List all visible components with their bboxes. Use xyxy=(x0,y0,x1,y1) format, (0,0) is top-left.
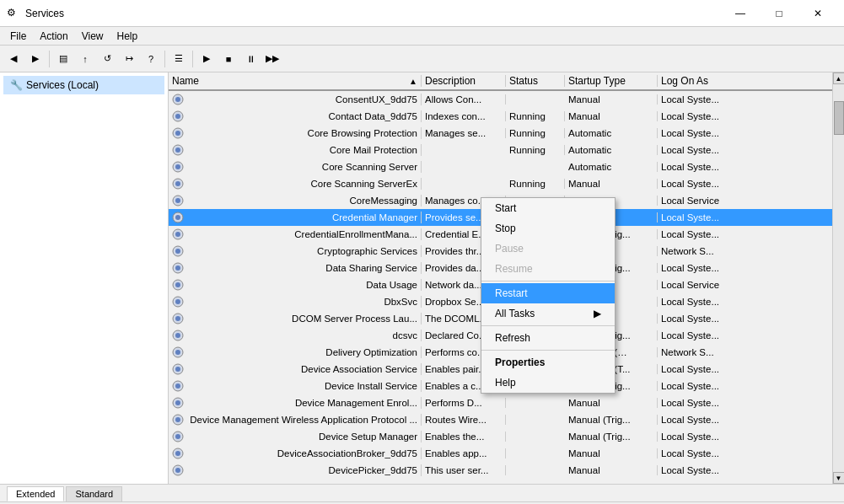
export-button[interactable]: ↦ xyxy=(119,49,139,69)
ctx-item-start[interactable]: Start xyxy=(481,198,615,218)
sidebar-item-services-local[interactable]: 🔧 Services (Local) xyxy=(3,76,164,94)
service-name: DbxSvc xyxy=(384,297,417,307)
service-name: Credential Manager xyxy=(332,212,417,223)
svg-point-19 xyxy=(175,249,180,254)
ctx-item-restart[interactable]: Restart xyxy=(481,283,615,303)
col-header-logon[interactable]: Log On As xyxy=(658,75,759,87)
back-button[interactable]: ◀ xyxy=(3,49,24,69)
table-row[interactable]: DeviceAssociationBroker_9dd75 Enables ap… xyxy=(169,445,832,462)
svg-point-25 xyxy=(175,299,180,304)
scroll-up-arrow[interactable]: ▲ xyxy=(833,72,845,84)
table-row[interactable]: ConsentUX_9dd75 Allows Con... Manual Loc… xyxy=(169,91,832,108)
ctx-item-all-tasks[interactable]: All Tasks▶ xyxy=(481,303,615,324)
service-desc: Performs D... xyxy=(422,398,506,408)
menu-view[interactable]: View xyxy=(75,29,110,44)
svg-point-45 xyxy=(175,468,180,473)
service-name: Data Usage xyxy=(366,280,417,290)
col-header-name[interactable]: Name ▲ xyxy=(169,75,422,87)
minimize-button[interactable]: — xyxy=(721,0,760,27)
show-hide-button[interactable]: ▤ xyxy=(53,49,73,69)
table-row[interactable]: Device Setup Manager Enables the... Manu… xyxy=(169,428,832,445)
menu-file[interactable]: File xyxy=(3,29,33,44)
svg-point-31 xyxy=(175,350,180,355)
service-icon xyxy=(172,380,184,392)
table-row[interactable]: Contact Data_9dd75 Indexes con... Runnin… xyxy=(169,108,832,125)
forward-button[interactable]: ▶ xyxy=(25,49,46,69)
toolbar-sep-3 xyxy=(192,51,193,67)
col-header-startup[interactable]: Startup Type xyxy=(565,75,658,87)
right-scrollbar[interactable]: ▲ ▼ xyxy=(832,72,844,484)
toolbar-list-button[interactable]: ☰ xyxy=(169,49,189,69)
scroll-down-arrow[interactable]: ▼ xyxy=(833,472,845,484)
table-row[interactable]: Device Management Wireless Application P… xyxy=(169,411,832,428)
service-name: CredentialEnrollmentMana... xyxy=(294,229,417,239)
help-button[interactable]: ? xyxy=(141,49,161,69)
submenu-arrow: ▶ xyxy=(594,308,601,319)
services-icon: 🔧 xyxy=(10,79,23,91)
svg-point-9 xyxy=(175,164,180,169)
close-button[interactable]: ✕ xyxy=(798,0,837,27)
service-logon: Local Syste... xyxy=(658,314,759,324)
service-desc: Enables app... xyxy=(422,448,506,458)
service-logon: Local Syste... xyxy=(658,330,759,340)
up-button[interactable]: ↑ xyxy=(75,49,95,69)
service-icon xyxy=(172,448,184,459)
service-startup: Manual xyxy=(565,94,658,105)
service-icon xyxy=(172,212,184,223)
service-icon xyxy=(172,397,184,409)
service-startup: Automatic xyxy=(565,145,658,155)
service-desc: This user ser... xyxy=(422,465,506,475)
scroll-thumb[interactable] xyxy=(834,101,844,135)
table-row[interactable]: Device Management Enrol... Performs D...… xyxy=(169,394,832,411)
table-row[interactable]: DevicePicker_9dd75 This user ser... Manu… xyxy=(169,462,832,479)
tab-standard[interactable]: Standard xyxy=(66,486,122,501)
restart-toolbar-button[interactable]: ▶▶ xyxy=(262,49,282,69)
ctx-item-properties[interactable]: Properties xyxy=(481,352,615,373)
toolbar-sep-1 xyxy=(49,51,50,67)
svg-point-43 xyxy=(175,451,180,456)
refresh-button[interactable]: ↺ xyxy=(97,49,117,69)
service-logon: Local Syste... xyxy=(658,364,759,374)
ctx-label: Help xyxy=(495,377,516,389)
main-layout: 🔧 Services (Local) Name ▲ Description St… xyxy=(0,72,844,484)
ctx-item-refresh[interactable]: Refresh xyxy=(481,328,615,348)
col-header-desc[interactable]: Description xyxy=(422,75,506,87)
table-row[interactable]: Core Scanning ServerEx Running Manual Lo… xyxy=(169,175,832,192)
service-icon xyxy=(172,178,184,190)
service-logon: Local Syste... xyxy=(658,111,759,121)
ctx-item-help[interactable]: Help xyxy=(481,373,615,393)
menu-help[interactable]: Help xyxy=(110,29,145,44)
service-logon: Network S... xyxy=(658,347,759,357)
ctx-label: All Tasks xyxy=(495,308,535,319)
svg-point-5 xyxy=(175,131,180,136)
ctx-separator-after-5 xyxy=(481,325,615,326)
service-name: Core Scanning Server xyxy=(322,162,417,172)
play-button[interactable]: ▶ xyxy=(196,49,217,69)
pause-button[interactable]: ⏸ xyxy=(240,49,261,69)
table-row[interactable]: Core Browsing Protection Manages se... R… xyxy=(169,125,832,142)
service-name: Core Mail Protection xyxy=(330,145,417,155)
context-menu: StartStopPauseResumeRestartAll Tasks▶Ref… xyxy=(481,197,616,394)
menu-action[interactable]: Action xyxy=(33,29,74,44)
service-icon xyxy=(172,330,184,341)
service-name: Core Scanning ServerEx xyxy=(310,179,417,189)
service-logon: Local Service xyxy=(658,196,759,206)
svg-point-13 xyxy=(175,198,180,203)
service-logon: Local Syste... xyxy=(658,212,759,223)
service-logon: Local Syste... xyxy=(658,381,759,391)
svg-point-33 xyxy=(175,367,180,372)
ctx-item-stop[interactable]: Stop xyxy=(481,218,615,239)
sidebar-item-label: Services (Local) xyxy=(26,79,99,91)
table-row[interactable]: Core Scanning Server Automatic Local Sys… xyxy=(169,158,832,175)
maximize-button[interactable]: □ xyxy=(760,0,798,27)
service-logon: Local Syste... xyxy=(658,145,759,155)
table-row[interactable]: Core Mail Protection Running Automatic L… xyxy=(169,142,832,158)
tab-extended[interactable]: Extended xyxy=(7,486,64,501)
service-icon xyxy=(172,464,184,476)
col-header-status[interactable]: Status xyxy=(506,75,565,87)
svg-point-23 xyxy=(175,282,180,287)
service-startup: Manual xyxy=(565,398,658,408)
service-logon: Local Syste... xyxy=(658,179,759,189)
stop-button[interactable]: ■ xyxy=(218,49,239,69)
service-icon xyxy=(172,144,184,156)
